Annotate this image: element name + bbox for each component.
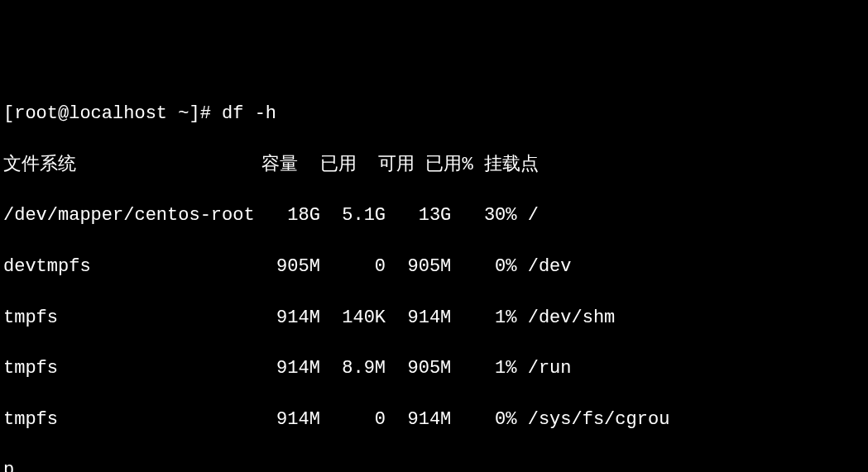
df-row: devtmpfs 905M 0 905M 0% /dev: [3, 255, 865, 280]
df-row: /dev/mapper/centos-root 18G 5.1G 13G 30%…: [3, 203, 865, 229]
shell-prompt: [root@localhost ~]#: [3, 103, 222, 124]
command-df: df -h: [222, 103, 276, 124]
df-row: tmpfs 914M 8.9M 905M 1% /run: [3, 356, 865, 382]
df-row-wrap: p: [3, 458, 865, 472]
df-header: 文件系统 容量 已用 可用 已用% 挂载点: [3, 153, 865, 179]
df-row: tmpfs 914M 0 914M 0% /sys/fs/cgrou: [3, 408, 865, 433]
df-row: tmpfs 914M 140K 914M 1% /dev/shm: [3, 306, 865, 331]
prompt-line-1[interactable]: [root@localhost ~]# df -h: [3, 102, 865, 127]
